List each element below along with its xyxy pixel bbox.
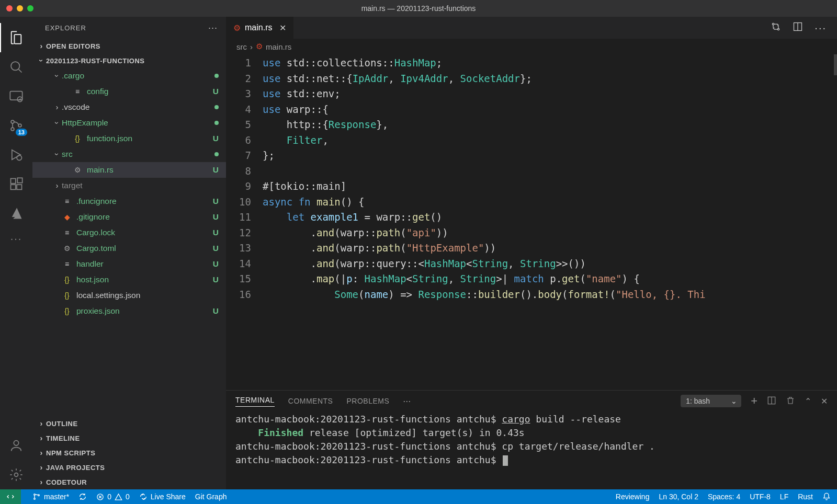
git-status-dot — [214, 74, 219, 78]
explorer-more-icon[interactable]: ··· — [208, 22, 218, 33]
terminal-body[interactable]: antchu-macbook:20201123-rust-functions a… — [226, 411, 837, 489]
reviewing-status[interactable]: Reviewing — [616, 492, 650, 501]
sidebar-section[interactable]: ›JAVA PROJECTS — [32, 460, 226, 475]
git-status-letter: U — [210, 306, 219, 316]
code-line[interactable]: use std::net::{IpAddr, Ipv4Addr, SocketA… — [263, 71, 837, 87]
sync-button[interactable] — [78, 492, 87, 501]
file-tree-item[interactable]: ›src — [32, 146, 226, 162]
new-terminal-icon[interactable]: + — [751, 394, 757, 408]
editor-more-icon[interactable]: ··· — [815, 22, 827, 34]
file-tree-item[interactable]: ≡handlerU — [32, 256, 226, 272]
close-panel-icon[interactable]: ✕ — [821, 396, 828, 406]
sidebar-section[interactable]: ›CODETOUR — [32, 475, 226, 489]
code-line[interactable]: .and(warp::path("api")) — [263, 225, 837, 241]
terminal-selector[interactable]: 1: bash ⌄ — [681, 395, 741, 407]
file-name: Cargo.lock — [76, 228, 210, 237]
git-status-letter: U — [210, 259, 219, 269]
extensions-tab[interactable] — [0, 169, 32, 199]
cursor-position[interactable]: Ln 30, Col 2 — [659, 492, 698, 501]
remote-button[interactable] — [0, 489, 21, 504]
code-line[interactable]: .and(warp::path("HttpExample")) — [263, 240, 837, 256]
file-tree-item[interactable]: ⚙Cargo.tomlU — [32, 240, 226, 256]
code-line[interactable]: Some(name) => Response::builder().body(f… — [263, 287, 837, 303]
file-tree-item[interactable]: ⚙main.rsU — [32, 162, 226, 178]
source-control-tab[interactable]: 13 — [0, 111, 32, 140]
project-section[interactable]: › 20201123-RUST-FUNCTIONS — [32, 53, 226, 68]
live-share-button[interactable]: Live Share — [139, 492, 186, 501]
file-tree-item[interactable]: ›HttpExample — [32, 115, 226, 131]
file-tree-item[interactable]: ≡Cargo.lockU — [32, 225, 226, 240]
maximize-window-button[interactable] — [27, 5, 33, 12]
code-line[interactable]: }; — [263, 148, 837, 164]
minimap[interactable] — [834, 54, 837, 75]
compare-changes-icon[interactable] — [771, 21, 781, 34]
search-tab[interactable] — [0, 52, 32, 82]
encoding-status[interactable]: UTF-8 — [750, 492, 771, 501]
open-editors-section[interactable]: › OPEN EDITORS — [32, 39, 226, 53]
terminal-tab[interactable]: TERMINAL — [235, 396, 275, 407]
breadcrumb-file[interactable]: main.rs — [266, 42, 291, 51]
minimize-window-button[interactable] — [17, 5, 23, 12]
breadcrumb-folder[interactable]: src — [236, 42, 247, 51]
settings-button[interactable] — [0, 460, 32, 489]
code-line[interactable]: .map(|p: HashMap<String, String>| match … — [263, 271, 837, 287]
svg-point-4 — [11, 128, 14, 131]
file-tree-item[interactable]: {}function.jsonU — [32, 131, 226, 146]
file-tree-item[interactable]: ≡configU — [32, 84, 226, 99]
sidebar-section[interactable]: ›TIMELINE — [32, 431, 226, 445]
file-name: .funcignore — [76, 197, 210, 206]
problems-tab[interactable]: PROBLEMS — [346, 397, 389, 405]
breadcrumb[interactable]: src › ⚙ main.rs — [226, 39, 837, 54]
code-line[interactable]: http::{Response}, — [263, 117, 837, 133]
file-tree-item[interactable]: ›target — [32, 178, 226, 193]
eol-status[interactable]: LF — [780, 492, 788, 501]
file-tree-item[interactable]: {}local.settings.json — [32, 288, 226, 303]
split-editor-icon[interactable] — [793, 21, 803, 34]
run-debug-tab[interactable] — [0, 140, 32, 169]
tab-main-rs[interactable]: ⚙ main.rs ✕ — [226, 17, 293, 39]
code-line[interactable]: .and(warp::query::<HashMap<String, Strin… — [263, 256, 837, 272]
problems-status[interactable]: 0 0 — [96, 492, 130, 501]
code-line[interactable]: async fn main() { — [263, 194, 837, 210]
file-name: Cargo.toml — [76, 244, 210, 253]
file-tree-item[interactable]: ›.cargo — [32, 68, 226, 84]
file-tree-item[interactable]: ≡.funcignoreU — [32, 193, 226, 209]
kill-terminal-icon[interactable] — [786, 396, 795, 407]
accounts-button[interactable] — [0, 431, 32, 460]
code-line[interactable]: use warp::{ — [263, 102, 837, 118]
more-tab[interactable]: ··· — [0, 228, 32, 249]
git-status-dot — [214, 121, 219, 125]
close-window-button[interactable] — [6, 5, 13, 12]
indentation-status[interactable]: Spaces: 4 — [708, 492, 740, 501]
maximize-panel-icon[interactable]: ⌃ — [805, 396, 811, 406]
azure-tab[interactable] — [0, 199, 32, 228]
code-editor[interactable]: 12345678910111213141516 use std::collect… — [226, 54, 837, 390]
remote-explorer-tab[interactable] — [0, 82, 32, 111]
explorer-tab[interactable] — [0, 23, 32, 52]
split-terminal-icon[interactable] — [767, 396, 776, 407]
git-status-letter: U — [210, 197, 219, 206]
code-line[interactable]: use std::env; — [263, 86, 837, 102]
comments-tab[interactable]: COMMENTS — [288, 397, 333, 405]
code-line[interactable]: use std::collections::HashMap; — [263, 55, 837, 71]
file-icon: ≡ — [62, 228, 72, 237]
close-tab-icon[interactable]: ✕ — [279, 23, 286, 33]
file-tree-item[interactable]: ◆.gitignoreU — [32, 209, 226, 225]
file-tree-item[interactable]: ›.vscode — [32, 99, 226, 115]
code-line[interactable] — [263, 164, 837, 179]
code-content[interactable]: use std::collections::HashMap;use std::n… — [263, 54, 837, 390]
code-line[interactable]: let example1 = warp::get() — [263, 210, 837, 225]
code-line[interactable]: #[tokio::main] — [263, 179, 837, 194]
file-tree-item[interactable]: {}proxies.jsonU — [32, 303, 226, 319]
sidebar-section[interactable]: ›OUTLINE — [32, 416, 226, 431]
git-branch[interactable]: master* — [32, 492, 69, 501]
notifications-icon[interactable] — [822, 492, 831, 501]
code-line[interactable]: Filter, — [263, 133, 837, 148]
chevron-down-icon: › — [53, 71, 61, 81]
panel-more-icon[interactable]: ··· — [403, 396, 411, 407]
svg-point-12 — [15, 473, 18, 477]
git-graph-button[interactable]: Git Graph — [195, 492, 227, 501]
file-tree-item[interactable]: {}host.jsonU — [32, 272, 226, 288]
language-mode[interactable]: Rust — [798, 492, 813, 501]
sidebar-section[interactable]: ›NPM SCRIPTS — [32, 445, 226, 460]
